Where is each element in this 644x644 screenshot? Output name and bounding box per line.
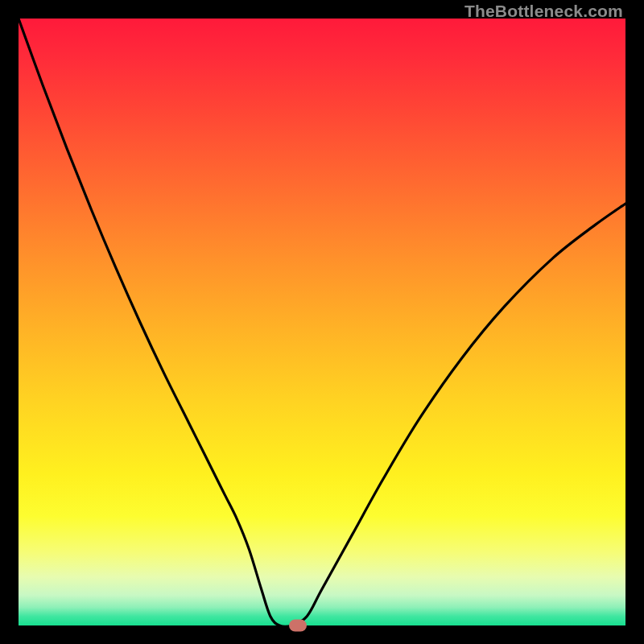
plot-area xyxy=(19,19,625,625)
optimal-point-marker xyxy=(289,620,307,632)
chart-frame: TheBottleneck.com xyxy=(0,0,644,644)
bottleneck-curve xyxy=(19,19,625,625)
